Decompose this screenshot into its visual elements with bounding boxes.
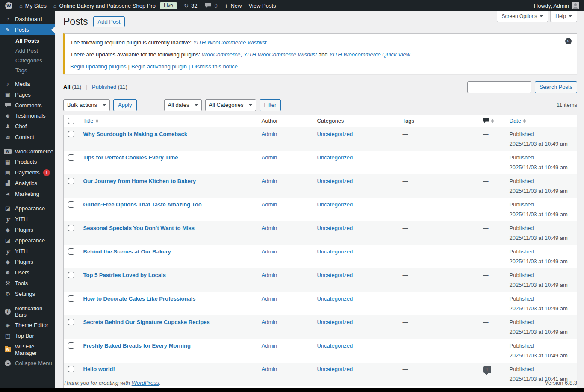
category-link[interactable]: Uncategorized: [317, 366, 353, 372]
help-button[interactable]: Help: [550, 11, 577, 22]
sidebar-item[interactable]: ▣ Pages: [0, 89, 55, 100]
category-link[interactable]: Uncategorized: [317, 225, 353, 231]
post-title-link[interactable]: Tips for Perfect Cookies Every Time: [83, 154, 178, 161]
apply-button[interactable]: Apply: [113, 99, 137, 111]
sidebar-item[interactable]: ▟ Analytics: [0, 178, 55, 189]
sidebar-item[interactable]: ◰ Top Bar: [0, 330, 55, 341]
category-link[interactable]: Uncategorized: [317, 248, 353, 255]
sidebar-item[interactable]: ◪ Appearance: [0, 235, 55, 246]
row-checkbox[interactable]: [68, 342, 74, 349]
author-link[interactable]: Admin: [262, 366, 277, 372]
category-link[interactable]: Uncategorized: [317, 178, 353, 184]
begin-activating-plugin-link[interactable]: Begin activating plugin: [131, 63, 187, 70]
sidebar-item[interactable]: i Notification Bars: [0, 303, 55, 320]
sidebar-item-posts[interactable]: ✎ Posts: [0, 24, 55, 35]
add-post-button[interactable]: Add Post: [93, 16, 125, 27]
dismiss-notice-link[interactable]: Dismiss this notice: [192, 63, 238, 70]
author-link[interactable]: Admin: [262, 248, 277, 255]
author-link[interactable]: Admin: [262, 154, 277, 161]
sidebar-item[interactable]: Comments: [0, 100, 55, 110]
woocommerce-link[interactable]: WooCommerce: [202, 51, 240, 58]
category-link[interactable]: Uncategorized: [317, 201, 353, 208]
sidebar-item[interactable]: ♪ Media: [0, 79, 55, 89]
category-link[interactable]: Uncategorized: [317, 342, 353, 349]
row-checkbox[interactable]: [68, 272, 74, 278]
account-menu[interactable]: Howdy, Admin: [534, 2, 579, 9]
filter-button[interactable]: Filter: [260, 99, 281, 111]
sidebar-item-collapse-menu[interactable]: ◄ Collapse Menu: [0, 358, 55, 368]
sidebar-item-dashboard[interactable]: ◔ Dashboard: [0, 14, 55, 24]
post-title-link[interactable]: How to Decorate Cakes Like Professionals: [83, 295, 196, 302]
row-checkbox[interactable]: [68, 319, 74, 325]
sidebar-item-add-post[interactable]: Add Post: [0, 46, 55, 56]
row-checkbox[interactable]: [68, 295, 74, 302]
screen-options-button[interactable]: Screen Options: [497, 11, 549, 22]
view-posts-menu[interactable]: View Posts: [248, 3, 276, 9]
site-name-menu[interactable]: ⌂ Online Bakery and Patisserie Shop Pro: [53, 3, 156, 9]
sidebar-item[interactable]: ◆ Plugins: [0, 224, 55, 235]
my-sites-menu[interactable]: ⌂ My Sites: [19, 3, 47, 9]
sidebar-item-tags[interactable]: Tags: [0, 65, 55, 75]
post-title-link[interactable]: Seasonal Specials You Don’t Want to Miss: [83, 225, 195, 231]
search-posts-button[interactable]: Search Posts: [535, 81, 577, 93]
yith-wishlist-link[interactable]: YITH WooCommerce Wishlist: [243, 51, 317, 58]
author-link[interactable]: Admin: [262, 319, 277, 325]
sidebar-item[interactable]: y YITH: [0, 214, 55, 224]
yith-wishlist-link[interactable]: YITH WooCommerce Wishlist: [193, 39, 267, 46]
row-checkbox[interactable]: [68, 366, 74, 372]
category-link[interactable]: Uncategorized: [317, 131, 353, 137]
sidebar-item[interactable]: ☻ Users: [0, 267, 55, 278]
author-link[interactable]: Admin: [262, 295, 277, 302]
begin-updating-plugins-link[interactable]: Begin updating plugins: [70, 63, 127, 70]
author-link[interactable]: Admin: [262, 342, 277, 349]
sidebar-item[interactable]: ▦ Products: [0, 156, 55, 167]
author-link[interactable]: Admin: [262, 131, 277, 137]
row-checkbox[interactable]: [68, 225, 74, 231]
post-title-link[interactable]: Freshly Baked Breads for Every Morning: [83, 342, 191, 349]
view-all-link[interactable]: All: [63, 84, 71, 90]
sidebar-item-all-posts[interactable]: All Posts: [0, 36, 55, 46]
author-link[interactable]: Admin: [262, 272, 277, 278]
sidebar-item[interactable]: ⚒ Tools: [0, 278, 55, 289]
dismiss-notice-icon[interactable]: ×: [565, 38, 572, 44]
sidebar-item[interactable]: W WooCommerce: [0, 146, 55, 156]
sidebar-item[interactable]: ◪ Appearance: [0, 203, 55, 214]
wp-logo-menu[interactable]: W: [5, 2, 12, 9]
sidebar-item[interactable]: y YITH: [0, 246, 55, 256]
yith-quick-view-link[interactable]: YITH Woocommerce Quick View: [329, 51, 410, 58]
author-link[interactable]: Admin: [262, 201, 277, 208]
row-checkbox[interactable]: [68, 201, 74, 208]
new-content-menu[interactable]: + New: [224, 2, 242, 9]
sidebar-item[interactable]: ◄ Marketing: [0, 189, 55, 199]
author-link[interactable]: Admin: [262, 178, 277, 184]
post-title-link[interactable]: Top 5 Pastries Loved by Locals: [83, 272, 166, 278]
row-checkbox[interactable]: [68, 248, 74, 255]
bulk-actions-select[interactable]: Bulk actions: [63, 99, 110, 111]
search-posts-input[interactable]: [467, 81, 531, 93]
sidebar-item[interactable]: ♟ Chef: [0, 121, 55, 132]
post-title-link[interactable]: Behind the Scenes at Our Bakery: [83, 248, 171, 255]
comment-count-bubble[interactable]: 1: [483, 366, 491, 373]
post-title-link[interactable]: Why Sourdough Is Making a Comeback: [83, 131, 187, 137]
view-published-link[interactable]: Published: [92, 84, 116, 90]
dates-filter-select[interactable]: All dates: [164, 99, 202, 111]
author-link[interactable]: Admin: [262, 225, 277, 231]
categories-filter-select[interactable]: All Categories: [205, 99, 256, 111]
sort-by-date[interactable]: Date: [510, 118, 526, 124]
sidebar-item[interactable]: ☻ Testimonials: [0, 110, 55, 121]
sidebar-item-categories[interactable]: Categories: [0, 56, 55, 65]
category-link[interactable]: Uncategorized: [317, 272, 353, 278]
row-checkbox[interactable]: [68, 154, 74, 161]
row-checkbox[interactable]: [68, 178, 74, 184]
sort-by-title[interactable]: Title: [83, 118, 98, 124]
comments-menu[interactable]: 0: [204, 3, 217, 9]
sidebar-item[interactable]: ◆ Plugins: [0, 256, 55, 267]
sidebar-item[interactable]: w WP File Manager: [0, 341, 55, 358]
sidebar-item[interactable]: ◈ Theme Editor: [0, 320, 55, 330]
sidebar-item[interactable]: ⚙ Settings: [0, 289, 55, 299]
sidebar-item[interactable]: ▤ Payments 1: [0, 167, 55, 178]
category-link[interactable]: Uncategorized: [317, 319, 353, 325]
post-title-link[interactable]: Gluten-Free Options That Taste Amazing T…: [83, 201, 202, 208]
sidebar-item[interactable]: ✉ Contact: [0, 132, 55, 142]
select-all-checkbox[interactable]: [68, 118, 74, 124]
